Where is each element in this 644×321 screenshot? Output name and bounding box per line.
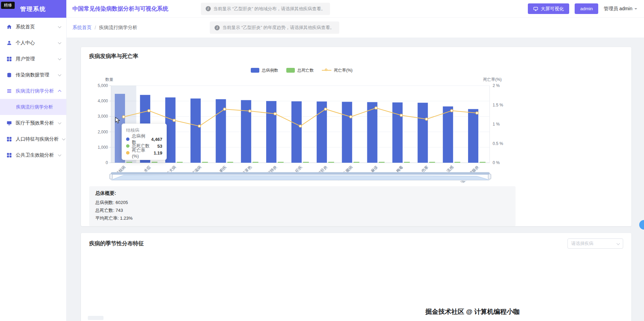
sidebar-item-home[interactable]: 系统首页: [0, 19, 66, 35]
svg-text:0.5 %: 0.5 %: [493, 141, 503, 146]
tooltip-value: 4,467: [151, 137, 162, 142]
sidebar-item-label: 个人中心: [16, 40, 55, 46]
admin-button[interactable]: admin: [575, 3, 598, 14]
sidebar-item-label: 人口特征与疾病分析: [16, 136, 59, 142]
sidebar-item-label: 疾病流行病学分析: [16, 88, 55, 94]
series-dot-deaths: [126, 144, 129, 148]
chevron-down-icon: [62, 137, 66, 140]
tooltip-row: 死亡率(%) 1.19: [126, 149, 162, 156]
chevron-down-icon: [58, 73, 61, 76]
sidebar-item-population[interactable]: 人口特征与疾病分析: [0, 131, 66, 147]
legend-item[interactable]: 总病例数: [251, 68, 278, 73]
svg-text:1.5 %: 1.5 %: [493, 103, 503, 107]
sidebar-item-label: 用户管理: [16, 56, 55, 62]
sidebar-item-users[interactable]: 用户管理: [0, 51, 66, 67]
page-content: 疾病发病率与死亡率 总病例数总死亡数死亡率(%) 数量死亡率(%)5,0004,…: [67, 38, 644, 321]
summary-title: 总体概要:: [95, 190, 509, 196]
big-screen-button[interactable]: 大屏可视化: [528, 3, 570, 14]
svg-text:1,000: 1,000: [98, 145, 108, 150]
svg-text:1 %: 1 %: [493, 122, 500, 127]
caret-down-icon: [634, 8, 637, 11]
legend-item[interactable]: 总死亡数: [286, 68, 314, 73]
legend-swatch: [322, 68, 331, 73]
svg-text:死亡率(%): 死亡率(%): [483, 77, 502, 82]
info-icon: [206, 6, 211, 11]
database-icon: [6, 72, 12, 78]
breadcrumb-home-link[interactable]: 系统首页: [72, 25, 92, 31]
svg-text:2,000: 2,000: [98, 130, 108, 134]
legend-swatch: [251, 68, 259, 73]
breadcrumb-bar: 系统首页 / 疾病流行病学分析 当前显示 “乙型肝炎” 的年度趋势，请选择其他疾…: [67, 18, 644, 38]
info-banner-region: 当前显示 “乙型肝炎” 的地域分布，请选择其他疾病查看。: [201, 3, 330, 15]
summary-box: 总体概要: 总病例数: 60205 总死亡数: 743 平均死亡率: 1.23%: [89, 186, 516, 226]
svg-text:痢疾: 痢疾: [219, 165, 227, 173]
chevron-down-icon: [58, 153, 61, 156]
breadcrumb-separator: /: [95, 25, 96, 30]
series-dot-rate: [126, 151, 129, 155]
svg-text:数量: 数量: [105, 77, 113, 82]
series-dot-cases: [126, 137, 129, 141]
chevron-down-icon: [617, 242, 620, 245]
user-dropdown[interactable]: 管理员 admin: [604, 6, 637, 12]
svg-text:伤寒: 伤寒: [421, 165, 429, 173]
grid-icon: [6, 136, 12, 142]
breadcrumb: 系统首页 / 疾病流行病学分析: [72, 25, 137, 31]
disease-select[interactable]: 请选择疾病: [567, 238, 623, 249]
chevron-down-icon: [58, 25, 61, 28]
sidebar-item-label: 公共卫生效能分析: [16, 152, 55, 158]
svg-text:4,000: 4,000: [98, 99, 108, 103]
grid-icon: [6, 56, 12, 62]
app-title: 中国常见传染病数据分析与可视化系统: [72, 5, 168, 13]
summary-total-cases: 总病例数: 60205: [95, 199, 509, 206]
summary-avg-rate: 平均死亡率: 1.23%: [95, 214, 509, 222]
tooltip-value: 1.19: [154, 150, 162, 156]
main-area: 中国常见传染病数据分析与可视化系统 当前显示 “乙型肝炎” 的地域分布，请选择其…: [67, 0, 644, 321]
legend-swatch: [286, 68, 295, 73]
video-watermark-badge: 精修: [1, 2, 15, 9]
legend-item[interactable]: 死亡率(%): [322, 68, 353, 73]
info-icon: [215, 25, 220, 30]
svg-text:疟疾: 疟疾: [294, 165, 303, 173]
sidebar: 管理系统 系统首页 个人中心 用户管理 传染病数据管理 疾病流行病学分析: [0, 0, 67, 321]
info-banner-trend: 当前显示 “乙型肝炎” 的年度趋势，请选择其他疾病查看。: [210, 21, 339, 34]
tooltip-value: 53: [157, 144, 162, 149]
svg-text:0 %: 0 %: [493, 160, 500, 165]
grid-icon: [6, 152, 12, 158]
info-banner-text: 当前显示 “乙型肝炎” 的年度趋势，请选择其他疾病查看。: [222, 25, 334, 31]
chevron-down-icon: [58, 121, 61, 124]
sidebar-menu: 系统首页 个人中心 用户管理 传染病数据管理 疾病流行病学分析 疾病流行病学分析: [0, 18, 66, 163]
home-icon: [6, 24, 12, 30]
legend-label: 死亡率(%): [334, 68, 353, 73]
sidebar-item-intervention[interactable]: 医疗干预效果分析: [0, 115, 66, 131]
svg-text:麻疹: 麻疹: [370, 165, 379, 173]
sidebar-item-public-health[interactable]: 公共卫生效能分析: [0, 147, 66, 163]
admin-button-label: admin: [580, 6, 593, 11]
tooltip-title: 结核病: [126, 127, 162, 133]
card-title: 疾病的季节性分布特征: [89, 240, 144, 247]
user-label: 管理员 admin: [604, 6, 632, 12]
svg-text:2 %: 2 %: [493, 83, 500, 88]
svg-text:3,000: 3,000: [98, 114, 108, 119]
tooltip-label: 死亡率(%): [132, 147, 151, 159]
sidebar-item-epidemiology[interactable]: 疾病流行病学分析: [0, 83, 66, 99]
chart-tooltip: 结核病 总病例数 4,467 总死亡数 53 死亡率(%) 1.19: [122, 123, 167, 160]
user-icon: [6, 40, 12, 46]
top-header: 中国常见传染病数据分析与可视化系统 当前显示 “乙型肝炎” 的地域分布，请选择其…: [67, 0, 644, 18]
tooltip-row: 总病例数 4,467: [126, 136, 162, 143]
summary-total-deaths: 总死亡数: 743: [95, 206, 509, 214]
monitor-icon: [6, 120, 12, 126]
card-title: 疾病发病率与死亡率: [81, 47, 631, 60]
screen-icon: [533, 6, 538, 11]
big-screen-button-label: 大屏可视化: [541, 6, 564, 12]
chart-legend: 总病例数总死亡数死亡率(%): [93, 67, 510, 74]
sidebar-item-data-manage[interactable]: 传染病数据管理: [0, 67, 66, 83]
legend-label: 总死亡数: [297, 68, 314, 73]
chevron-up-icon: [58, 90, 61, 93]
chevron-down-icon: [58, 57, 61, 60]
info-banner-text: 当前显示 “乙型肝炎” 的地域分布，请选择其他疾病查看。: [214, 6, 326, 12]
sidebar-item-label: 医疗干预效果分析: [16, 120, 55, 126]
sidebar-subitem-epidemiology[interactable]: 疾病流行病学分析: [0, 99, 66, 115]
sidebar-item-profile[interactable]: 个人中心: [0, 35, 66, 51]
svg-text:5,000: 5,000: [98, 83, 108, 88]
chevron-down-icon: [58, 41, 61, 44]
